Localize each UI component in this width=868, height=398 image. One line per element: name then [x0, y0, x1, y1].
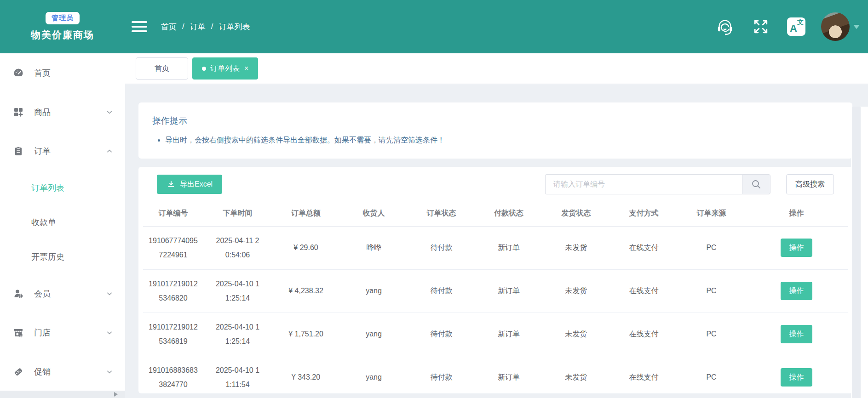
sidebar-subitem-label: 收款单 [31, 217, 56, 228]
payment-status: 新订单 [475, 269, 542, 313]
table-toolbar: 导出Excel 高级搜索 [138, 174, 852, 194]
order-receiver: yang [340, 313, 408, 356]
col-payment-method: 支付方式 [610, 201, 678, 226]
sidebar-item-label: 门店 [34, 327, 105, 338]
sidebar-item-label: 商品 [34, 107, 105, 118]
sidebar-item-products[interactable]: 商品 [0, 92, 125, 131]
payment-status: 新订单 [475, 356, 542, 398]
members-icon [13, 288, 24, 299]
payment-method: 在线支付 [610, 269, 678, 313]
order-no: 1910172190125346820 [143, 277, 203, 305]
customer-service-icon[interactable] [714, 16, 736, 37]
row-action-button[interactable]: 操作 [781, 325, 812, 343]
row-action-button[interactable]: 操作 [781, 282, 812, 300]
sidebar-item-label: 促销 [34, 366, 105, 377]
order-amount: ¥ 29.60 [272, 226, 340, 269]
sidebar-subitem-receipts[interactable]: 收款单 [0, 205, 125, 239]
order-amount: ¥ 343.20 [272, 356, 340, 398]
shipping-status: 未发货 [542, 269, 610, 313]
sidebar-item-promotions[interactable]: 促销 [0, 352, 125, 391]
order-status: 待付款 [408, 356, 475, 398]
table-row: 1910172190125346819 2025-04-10 11:25:14 … [143, 313, 848, 356]
sidebar-subitem-invoice-history[interactable]: 开票历史 [0, 239, 125, 274]
order-source: PC [678, 226, 745, 269]
export-excel-button[interactable]: 导出Excel [157, 175, 222, 194]
dashboard-icon [13, 68, 24, 79]
brand-area: 管理员 物美价廉商场 [0, 0, 125, 53]
tab-home[interactable]: 首页 [136, 57, 188, 80]
col-order-status: 订单状态 [408, 201, 475, 226]
breadcrumb-order-list[interactable]: 订单列表 [218, 22, 250, 32]
sidebar-item-label: 会员 [34, 288, 105, 299]
chevron-down-icon [105, 328, 114, 337]
order-time: 2025-04-10 11:25:14 [203, 320, 272, 348]
table-row: 1910172190125346820 2025-04-10 11:25:14 … [143, 269, 848, 313]
page-tabs: 首页 订单列表 × [125, 53, 868, 84]
shipping-status: 未发货 [542, 313, 610, 356]
chevron-down-icon [105, 367, 114, 376]
payment-status: 新订单 [475, 226, 542, 269]
payment-method: 在线支付 [610, 356, 678, 398]
advanced-search-button[interactable]: 高级搜索 [786, 174, 834, 194]
breadcrumb-separator: / [211, 22, 213, 31]
order-no: 1910677740957224961 [143, 233, 203, 262]
order-no: 1910172190125346819 [143, 320, 203, 348]
col-amount: 订单总额 [272, 201, 340, 226]
brand-title: 物美价廉商场 [31, 28, 94, 41]
chevron-down-icon [105, 289, 114, 298]
sidebar-item-stores[interactable]: 门店 [0, 313, 125, 352]
top-header: 管理员 物美价廉商场 首页 / 订单 / 订单列表 [0, 0, 868, 53]
shipping-status: 未发货 [542, 356, 610, 398]
sidebar-item-orders[interactable]: 订单 [0, 131, 125, 171]
order-source: PC [678, 356, 745, 398]
order-source: PC [678, 313, 745, 356]
tab-order-list[interactable]: 订单列表 × [192, 57, 258, 80]
sidebar-collapse-icon[interactable] [132, 21, 147, 32]
col-payment-status: 付款状态 [475, 201, 542, 226]
sidebar-item-home[interactable]: 首页 [0, 53, 125, 92]
order-receiver: yang [340, 356, 408, 398]
col-receiver: 收货人 [340, 201, 408, 226]
row-action-button[interactable]: 操作 [781, 239, 812, 257]
search-button[interactable] [742, 174, 770, 194]
promotions-icon [13, 366, 24, 377]
col-order-no: 订单编号 [143, 201, 203, 226]
active-tab-dot-icon [202, 67, 206, 71]
language-switch-icon[interactable]: A 文 [787, 17, 805, 36]
order-status: 待付款 [408, 269, 475, 313]
order-time: 2025-04-11 20:54:06 [203, 233, 272, 262]
translate-letter-wen: 文 [797, 18, 804, 27]
table-row: 1910677740957224961 2025-04-11 20:54:06 … [143, 226, 848, 269]
user-menu-caret-icon[interactable] [853, 25, 860, 29]
page-content: 操作提示 导出时，会按右侧搜索中的筛选条件导出全部数据。如果不需要，请先清空筛选… [125, 84, 868, 393]
order-amount: ¥ 4,238.32 [272, 269, 340, 313]
vertical-scrollbar-thumb[interactable] [852, 107, 861, 398]
col-action: 操作 [745, 201, 848, 226]
main-area: 首页 订单列表 × 操作提示 导出时，会按右侧搜索中的筛选条件导出全部数据。如果… [125, 53, 868, 398]
stores-icon [13, 327, 24, 338]
role-badge: 管理员 [46, 12, 80, 24]
user-avatar[interactable] [821, 12, 850, 41]
tab-label: 订单列表 [210, 64, 240, 74]
sidebar-item-label: 首页 [34, 68, 114, 79]
sidebar-item-members[interactable]: 会员 [0, 274, 125, 313]
order-amount: ¥ 1,751.20 [272, 313, 340, 356]
table-row: 1910168836833824770 2025-04-10 11:11:54 … [143, 356, 848, 398]
payment-status: 新订单 [475, 313, 542, 356]
sidebar-subitem-label: 开票历史 [31, 251, 64, 262]
tab-close-icon[interactable]: × [244, 64, 248, 73]
payment-method: 在线支付 [610, 226, 678, 269]
sidebar-subitem-label: 订单列表 [31, 182, 64, 193]
order-number-search-input[interactable] [545, 174, 742, 194]
chevron-up-icon [105, 147, 114, 156]
order-status: 待付款 [408, 313, 475, 356]
breadcrumb-orders[interactable]: 订单 [190, 22, 206, 32]
sidebar-horizontal-scrollbar[interactable] [0, 391, 125, 398]
order-status: 待付款 [408, 226, 475, 269]
col-shipping-status: 发货状态 [542, 201, 610, 226]
row-action-button[interactable]: 操作 [781, 368, 812, 387]
vertical-scrollbar[interactable] [851, 107, 868, 398]
breadcrumb-home[interactable]: 首页 [161, 22, 177, 32]
fullscreen-icon[interactable] [753, 19, 769, 34]
sidebar-subitem-order-list[interactable]: 订单列表 [0, 171, 125, 205]
